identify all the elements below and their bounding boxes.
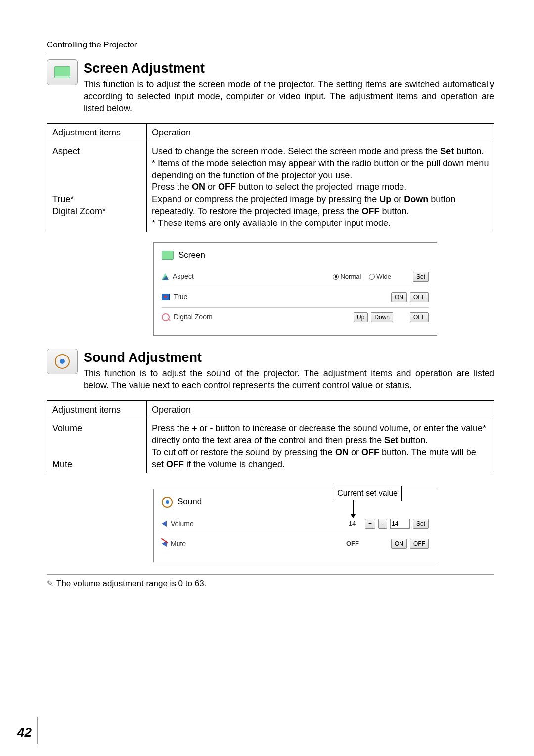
screen-icon <box>47 59 78 85</box>
row-label: Mute <box>171 539 186 549</box>
zoom-icon <box>162 313 170 321</box>
mute-on-button[interactable]: ON <box>391 539 407 549</box>
section-desc: This function is to adjust the screen mo… <box>84 78 494 114</box>
volume-plus-button[interactable]: + <box>365 519 375 529</box>
row-label: Aspect <box>173 272 194 281</box>
zoom-up-button[interactable]: Up <box>354 312 368 322</box>
op-text: Press the <box>152 182 192 192</box>
breadcrumb: Controlling the Projector <box>47 40 494 51</box>
op-text: button. <box>380 206 409 216</box>
col-header: Adjustment items <box>47 124 147 142</box>
aspect-set-button[interactable]: Set <box>413 272 429 282</box>
item-label: Digital Zoom* <box>52 206 106 216</box>
screen-control-panel: Screen Aspect Normal Wide Set True ON OF… <box>153 242 437 336</box>
panel-title: Sound <box>178 496 202 508</box>
mute-icon <box>162 541 167 547</box>
pencil-icon: ✎ <box>47 579 53 588</box>
op-text: Expand or compress the projected image b… <box>152 194 379 204</box>
op-text: or <box>349 447 361 457</box>
mute-status: OFF <box>343 539 362 548</box>
op-text: Used to change the screen mode. Select t… <box>152 146 440 156</box>
sound-icon <box>162 497 173 508</box>
true-icon <box>162 294 170 300</box>
panel-title: Screen <box>178 250 205 261</box>
op-bold: Down <box>404 194 428 204</box>
op-text: if the volume is changed. <box>184 459 285 469</box>
aspect-normal-radio[interactable]: Normal <box>333 272 361 281</box>
item-label: Volume <box>52 423 82 433</box>
volume-current-value: 14 <box>342 519 362 528</box>
zoom-down-button[interactable]: Down <box>371 312 393 322</box>
op-bold: Set <box>384 435 398 445</box>
op-text: To cut off or restore the sound by press… <box>152 447 335 457</box>
op-text: or <box>391 194 404 204</box>
op-bold: Up <box>379 194 391 204</box>
op-bold: ON <box>335 447 349 457</box>
section-title-sound: Sound Adjustment <box>84 349 494 366</box>
callout-current-value: Current set value <box>333 486 402 501</box>
volume-minus-button[interactable]: - <box>378 519 387 529</box>
col-header: Operation <box>147 124 494 142</box>
volume-input[interactable] <box>390 519 410 529</box>
op-text: Press the <box>152 423 192 433</box>
true-off-button[interactable]: OFF <box>410 292 429 302</box>
page-number-divider <box>37 717 38 744</box>
op-footnote: * These items are only available in the … <box>152 218 391 228</box>
op-text: or <box>205 182 218 192</box>
item-label: True* <box>52 194 74 204</box>
row-label: True <box>174 292 187 302</box>
divider <box>47 574 494 575</box>
aspect-wide-radio[interactable]: Wide <box>369 272 391 281</box>
op-bold: OFF <box>166 459 184 469</box>
op-bold: OFF <box>218 182 236 192</box>
section-title-screen: Screen Adjustment <box>84 59 494 77</box>
item-label: Mute <box>52 459 72 469</box>
op-bold: ON <box>192 182 205 192</box>
volume-icon <box>162 521 167 527</box>
op-bold: + <box>192 423 197 433</box>
item-label: Aspect <box>52 146 80 156</box>
screen-adjustment-table: Adjustment items Operation Aspect True* … <box>47 123 494 232</box>
sound-adjustment-table: Adjustment items Operation Volume Mute P… <box>47 400 494 473</box>
true-on-button[interactable]: ON <box>391 292 407 302</box>
op-text: or <box>197 423 210 433</box>
volume-set-button[interactable]: Set <box>413 519 429 529</box>
screen-icon <box>162 251 174 260</box>
mute-off-button[interactable]: OFF <box>410 539 429 549</box>
op-text: button. <box>398 435 428 445</box>
sound-control-panel: Current set value Sound Volume 14 + - Se… <box>153 489 437 562</box>
zoom-off-button[interactable]: OFF <box>410 312 429 322</box>
row-label: Digital Zoom <box>174 312 213 322</box>
page-number: 42 <box>17 724 32 741</box>
aspect-icon <box>162 273 169 280</box>
callout-arrow-icon <box>353 500 354 517</box>
footnote: ✎The volume adjustment range is 0 to 63. <box>47 578 494 590</box>
sound-icon <box>47 349 78 374</box>
op-bold: Set <box>440 146 454 156</box>
divider <box>47 54 494 54</box>
section-desc: This function is to adjust the sound of … <box>84 367 494 392</box>
op-text: button to select the projected image mod… <box>236 182 406 192</box>
col-header: Operation <box>147 400 494 419</box>
op-bold: OFF <box>361 447 379 457</box>
col-header: Adjustment items <box>47 400 147 419</box>
op-bold: OFF <box>362 206 380 216</box>
row-label: Volume <box>171 519 194 529</box>
